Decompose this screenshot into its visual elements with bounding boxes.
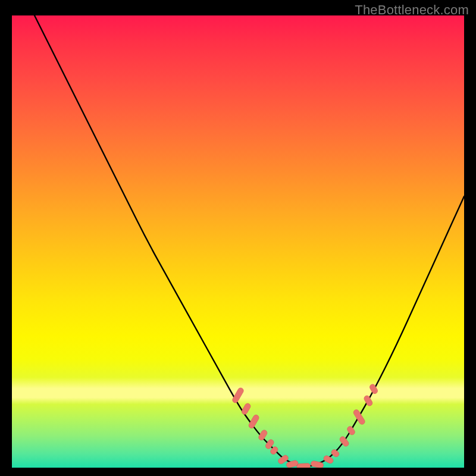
curve-marker <box>241 402 252 415</box>
curve-marker <box>297 463 311 468</box>
bottleneck-curve <box>35 15 464 466</box>
curve-marker <box>330 449 340 458</box>
curve-layer <box>12 15 464 468</box>
curve-markers <box>231 383 378 468</box>
curve-marker <box>322 455 334 464</box>
curve-marker <box>363 394 373 407</box>
chart-area <box>12 15 464 468</box>
curve-marker <box>258 429 268 441</box>
